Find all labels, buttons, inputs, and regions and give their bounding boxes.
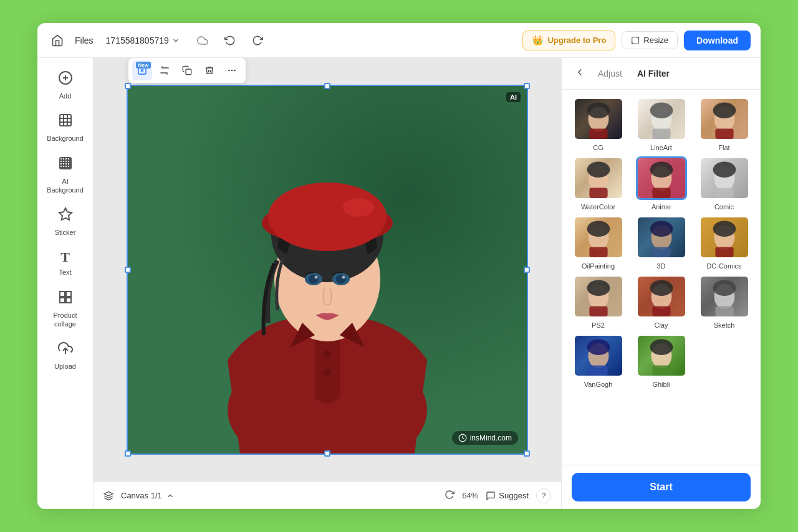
filter-item-clay[interactable]: Clay (632, 275, 690, 329)
handle-ml[interactable] (125, 267, 131, 273)
svg-point-76 (587, 221, 610, 237)
panel-header: Adjust AI Filter (562, 58, 761, 90)
refresh-button[interactable] (445, 490, 454, 502)
panel-back-button[interactable] (572, 65, 588, 82)
filter-item-comic[interactable]: Comic (695, 156, 753, 211)
svg-rect-97 (715, 306, 733, 316)
filter-thumb-vangogh (573, 334, 624, 378)
new-badge: New (136, 62, 151, 69)
panel-start-area: Start (562, 465, 761, 509)
svg-point-27 (231, 70, 232, 70)
filter-label-comic: Comic (714, 203, 734, 211)
filter-item-flat[interactable]: Flat (695, 97, 753, 151)
svg-rect-101 (589, 366, 607, 376)
sidebar-item-upload[interactable]: Upload (41, 336, 90, 376)
sidebar-item-ai-background[interactable]: AI Background (41, 151, 90, 200)
topbar-right: 👑 Upgrade to Pro Resize Download (522, 31, 751, 50)
layers-button[interactable] (103, 491, 113, 501)
filter-item-cg[interactable]: CG (569, 97, 627, 151)
upgrade-to-pro-button[interactable]: 👑 Upgrade to Pro (522, 31, 615, 50)
sidebar: Add Background (37, 58, 94, 509)
bottombar-right: 64% Suggest ? (445, 488, 551, 503)
svg-point-96 (713, 280, 736, 296)
filter-item-3d[interactable]: 3D (632, 216, 690, 270)
svg-rect-4 (60, 115, 71, 126)
sidebar-item-add-label: Add (59, 92, 72, 100)
svg-rect-0 (632, 37, 639, 44)
filter-item-anime[interactable]: Anime (632, 156, 690, 211)
topbar-left: Files 1715581805719 (47, 31, 515, 50)
svg-point-45 (342, 276, 345, 279)
svg-rect-65 (589, 188, 607, 198)
sidebar-background-label: Background (47, 134, 84, 143)
svg-rect-21 (60, 298, 65, 303)
svg-rect-57 (652, 129, 670, 139)
svg-point-52 (587, 102, 610, 118)
svg-rect-53 (589, 129, 607, 139)
canvas-bottombar: Canvas 1/1 64% Suggest ? (94, 482, 561, 509)
sidebar-item-add[interactable]: Add (41, 65, 90, 105)
start-button[interactable]: Start (572, 473, 751, 501)
svg-point-39 (343, 198, 374, 217)
download-button[interactable]: Download (684, 31, 751, 50)
filter-item-sketch[interactable]: Sketch (695, 275, 753, 329)
filter-thumb-3d (636, 216, 687, 259)
filter-thumb-comic (699, 156, 750, 200)
filter-thumb-cg (573, 97, 624, 141)
filter-item-dccomics[interactable]: DC-Comics (695, 216, 753, 270)
svg-point-80 (650, 221, 673, 237)
resize-button[interactable]: Resize (622, 31, 678, 49)
sidebar-item-background[interactable]: Background (41, 108, 90, 148)
filter-thumb-watercolor (573, 156, 624, 200)
filter-label-watercolor: WaterColor (581, 203, 615, 211)
more-toolbar-btn[interactable] (222, 60, 242, 80)
file-id-button[interactable]: 1715581805719 (101, 33, 185, 48)
duplicate-toolbar-btn[interactable] (177, 60, 197, 80)
filter-item-lineart[interactable]: LineArt (632, 97, 690, 151)
suggest-button[interactable]: Suggest (486, 491, 529, 501)
filter-thumb-oilpainting (573, 216, 624, 259)
svg-rect-105 (652, 366, 670, 376)
delete-toolbar-btn[interactable] (200, 60, 219, 80)
cloud-icon[interactable] (193, 31, 213, 50)
filter-item-ghibli[interactable]: Ghibli (632, 334, 690, 388)
files-label[interactable]: Files (75, 36, 94, 45)
svg-point-104 (650, 339, 673, 355)
tab-adjust[interactable]: Adjust (593, 66, 627, 81)
filter-item-watercolor[interactable]: WaterColor (569, 156, 627, 211)
filter-label-3d: 3D (656, 262, 665, 270)
handle-tc[interactable] (324, 83, 330, 89)
tab-ai-filter[interactable]: AI Filter (632, 66, 675, 81)
redo-button[interactable] (248, 31, 267, 50)
handle-bl[interactable] (125, 450, 131, 457)
filter-item-oilpainting[interactable]: OilPainting (569, 216, 627, 270)
handle-bc[interactable] (324, 450, 330, 457)
filter-thumb-ghibli (636, 334, 687, 378)
filters-grid: CG LineArt Flat WaterColor Anime Comic O… (562, 90, 761, 465)
undo-button[interactable] (220, 31, 240, 50)
sidebar-item-text[interactable]: T Text (41, 244, 90, 282)
ai-filter-toolbar-btn[interactable]: New (132, 60, 152, 80)
canvas-image-wrapper[interactable]: New (127, 85, 528, 455)
app-window: Files 1715581805719 👑 Upgrade to Pro (37, 23, 761, 509)
filter-item-ps2[interactable]: PS2 (569, 275, 627, 329)
canvas-container[interactable]: New (94, 58, 561, 482)
filter-label-sketch: Sketch (714, 321, 735, 329)
sidebar-sticker-label: Sticker (55, 228, 76, 237)
text-icon: T (60, 249, 70, 265)
sidebar-item-sticker[interactable]: Sticker (41, 202, 90, 242)
handle-tr[interactable] (524, 83, 530, 89)
sidebar-item-product-collage[interactable]: Product collage (41, 285, 90, 334)
handle-mr[interactable] (524, 267, 530, 273)
help-button[interactable]: ? (536, 488, 551, 503)
home-icon[interactable] (47, 31, 67, 50)
handle-br[interactable] (524, 450, 530, 457)
handle-tl[interactable] (125, 83, 131, 89)
filter-thumb-lineart (636, 97, 687, 141)
filter-item-vangogh[interactable]: VanGogh (569, 334, 627, 388)
sidebar-ai-background-label: AI Background (45, 177, 86, 195)
svg-point-60 (713, 102, 736, 118)
filter-thumb-ps2 (573, 275, 624, 318)
crop-toolbar-btn[interactable] (155, 60, 175, 80)
filter-thumb-anime (636, 156, 687, 200)
